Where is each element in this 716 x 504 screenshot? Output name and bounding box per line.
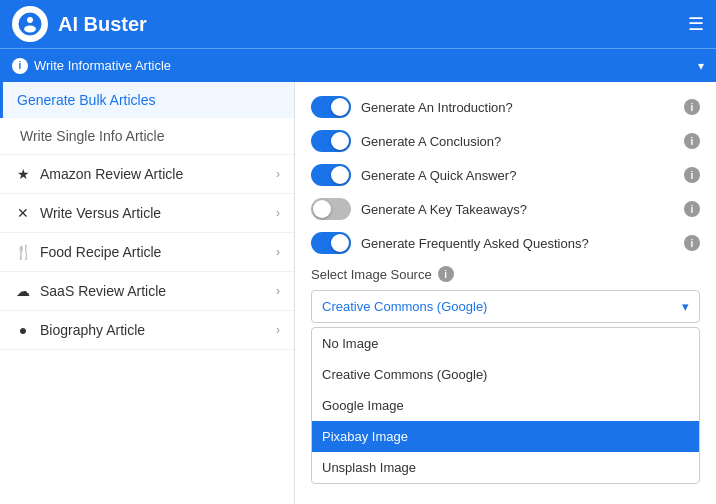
- svg-point-3: [25, 21, 28, 24]
- sidebar-item-write-single[interactable]: Write Single Info Article: [0, 118, 294, 154]
- sidebar-item-generate-bulk[interactable]: Generate Bulk Articles: [0, 82, 294, 118]
- image-source-select[interactable]: Creative Commons (Google) ▾: [311, 290, 700, 323]
- main-content: Generate Bulk Articles Write Single Info…: [0, 82, 716, 504]
- svg-point-4: [33, 21, 36, 24]
- hamburger-menu[interactable]: ☰: [688, 13, 704, 35]
- image-source-info-icon[interactable]: i: [438, 266, 454, 282]
- sidebar-informative-section: Generate Bulk Articles Write Single Info…: [0, 82, 294, 155]
- dropdown-item-pixabay[interactable]: Pixabay Image: [312, 421, 699, 452]
- toggle-knob-faq: [331, 234, 349, 252]
- toggle-label-faq: Generate Frequently Asked Questions?: [361, 236, 674, 251]
- toggle-knob-quick-answer: [331, 166, 349, 184]
- sidebar-biography-section: ● Biography Article ›: [0, 311, 294, 350]
- sidebar-item-biography[interactable]: ● Biography Article ›: [0, 311, 294, 349]
- sidebar-versus-section: ✕ Write Versus Article ›: [0, 194, 294, 233]
- intro-info-icon[interactable]: i: [684, 99, 700, 115]
- toggle-knob-intro: [331, 98, 349, 116]
- sub-header-chevron[interactable]: ▾: [698, 59, 704, 73]
- app-title: AI Buster: [58, 13, 678, 36]
- sub-header-title: Write Informative Article: [34, 58, 692, 73]
- saas-icon: ☁: [14, 282, 32, 300]
- sidebar-saas-section: ☁ SaaS Review Article ›: [0, 272, 294, 311]
- toggle-label-conclusion: Generate A Conclusion?: [361, 134, 674, 149]
- quick-answer-info-icon[interactable]: i: [684, 167, 700, 183]
- conclusion-info-icon[interactable]: i: [684, 133, 700, 149]
- sidebar-amazon-section: ★ Amazon Review Article ›: [0, 155, 294, 194]
- toggle-knob-key-takeaways: [313, 200, 331, 218]
- app-header: AI Buster ☰: [0, 0, 716, 48]
- dropdown-item-unsplash[interactable]: Unsplash Image: [312, 452, 699, 483]
- toggle-label-intro: Generate An Introduction?: [361, 100, 674, 115]
- food-icon: 🍴: [14, 243, 32, 261]
- faq-info-icon[interactable]: i: [684, 235, 700, 251]
- chevron-right-icon: ›: [276, 284, 280, 298]
- image-source-label: Select Image Source i: [311, 266, 700, 282]
- toggle-conclusion[interactable]: [311, 130, 351, 152]
- svg-point-2: [24, 26, 36, 33]
- toggle-key-takeaways[interactable]: [311, 198, 351, 220]
- app-logo: [12, 6, 48, 42]
- toggle-intro[interactable]: [311, 96, 351, 118]
- chevron-right-icon: ›: [276, 206, 280, 220]
- info-icon: i: [12, 58, 28, 74]
- toggle-label-quick-answer: Generate A Quick Answer?: [361, 168, 674, 183]
- chevron-right-icon: ›: [276, 167, 280, 181]
- toggle-row-key-takeaways: Generate A Key Takeaways? i: [311, 198, 700, 220]
- toggle-faq[interactable]: [311, 232, 351, 254]
- sidebar-item-saas-review[interactable]: ☁ SaaS Review Article ›: [0, 272, 294, 310]
- dropdown-item-creative-commons[interactable]: Creative Commons (Google): [312, 359, 699, 390]
- svg-point-1: [27, 17, 33, 23]
- sidebar-item-amazon-review[interactable]: ★ Amazon Review Article ›: [0, 155, 294, 193]
- key-takeaways-info-icon[interactable]: i: [684, 201, 700, 217]
- toggle-quick-answer[interactable]: [311, 164, 351, 186]
- toggle-row-faq: Generate Frequently Asked Questions? i: [311, 232, 700, 254]
- sidebar: Generate Bulk Articles Write Single Info…: [0, 82, 295, 504]
- biography-icon: ●: [14, 321, 32, 339]
- chevron-right-icon: ›: [276, 245, 280, 259]
- toggle-row-quick-answer: Generate A Quick Answer? i: [311, 164, 700, 186]
- toggle-row-intro: Generate An Introduction? i: [311, 96, 700, 118]
- toggle-row-conclusion: Generate A Conclusion? i: [311, 130, 700, 152]
- dropdown-item-no-image[interactable]: No Image: [312, 328, 699, 359]
- right-panel: Generate An Introduction? i Generate A C…: [295, 82, 716, 504]
- dropdown-item-google-image[interactable]: Google Image: [312, 390, 699, 421]
- image-source-dropdown: No Image Creative Commons (Google) Googl…: [311, 327, 700, 484]
- chevron-right-icon: ›: [276, 323, 280, 337]
- toggle-label-key-takeaways: Generate A Key Takeaways?: [361, 202, 674, 217]
- amazon-icon: ★: [14, 165, 32, 183]
- versus-icon: ✕: [14, 204, 32, 222]
- sidebar-item-write-versus[interactable]: ✕ Write Versus Article ›: [0, 194, 294, 232]
- toggle-knob-conclusion: [331, 132, 349, 150]
- sub-header[interactable]: i Write Informative Article ▾: [0, 48, 716, 82]
- sidebar-item-food-recipe[interactable]: 🍴 Food Recipe Article ›: [0, 233, 294, 271]
- sidebar-food-section: 🍴 Food Recipe Article ›: [0, 233, 294, 272]
